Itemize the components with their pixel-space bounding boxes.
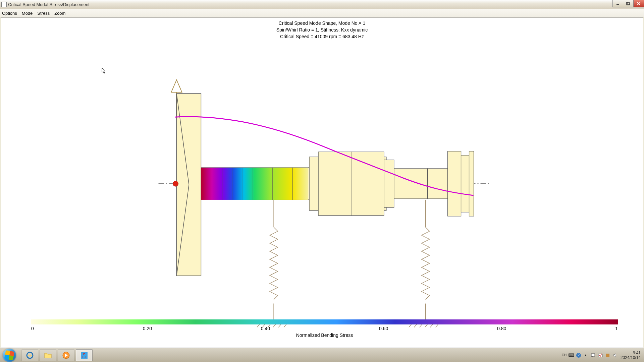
menu-bar: Options Mode Stress Zoom <box>0 9 644 17</box>
svg-rect-37 <box>606 354 609 357</box>
tray-app2-icon[interactable] <box>605 353 610 358</box>
pinned-apps: ET Z <box>19 349 93 361</box>
svg-text:T Z: T Z <box>82 355 87 359</box>
plot-area[interactable]: Critical Speed Mode Shape, Mode No.= 1 S… <box>1 17 643 348</box>
action-center-icon[interactable] <box>590 353 596 358</box>
clock-date: 2024/10/14 <box>621 355 641 360</box>
bearing-spring-right <box>409 200 440 327</box>
window-controls <box>613 0 644 7</box>
ime-indicator[interactable]: CH <box>561 353 567 358</box>
windows-orb-icon <box>3 349 16 362</box>
menu-options[interactable]: Options <box>2 11 17 16</box>
colorbar-gradient <box>31 319 618 324</box>
bearing-spring-left <box>257 200 288 327</box>
svg-rect-14 <box>428 169 448 199</box>
svg-rect-1 <box>627 2 629 5</box>
clock-time: 9:41 <box>621 351 641 355</box>
system-tray: CH ⌨ ? ▲ 9:41 2024/10/14 <box>561 351 644 360</box>
app-icon <box>1 2 7 7</box>
start-button[interactable] <box>0 348 19 362</box>
window-title: Critical Speed Modal Stress/Displacement <box>8 2 90 7</box>
colorbar-label: Normalized Bending Stress <box>31 333 618 338</box>
close-icon <box>637 2 641 6</box>
svg-rect-12 <box>384 160 394 207</box>
app-task-icon[interactable]: ET Z <box>76 349 93 361</box>
colorbar-tick-60: 0.60 <box>379 326 388 331</box>
colorbar-tick-20: 0.20 <box>143 326 152 331</box>
taskbar: ET Z CH ⌨ ? ▲ 9:41 2024/10/14 <box>0 348 644 362</box>
menu-mode[interactable]: Mode <box>22 11 33 16</box>
tray-app-icon[interactable] <box>598 353 603 358</box>
help-icon[interactable]: ? <box>576 353 581 358</box>
svg-rect-2 <box>627 2 630 4</box>
ie-icon[interactable] <box>21 349 38 361</box>
colorbar-tick-40: 0.40 <box>261 326 270 331</box>
svg-rect-11 <box>351 152 384 216</box>
svg-rect-17 <box>469 151 474 216</box>
svg-rect-16 <box>461 155 469 212</box>
close-button[interactable] <box>633 0 644 7</box>
start-node-icon <box>173 181 178 186</box>
minimize-icon <box>616 2 620 6</box>
svg-rect-13 <box>394 169 428 199</box>
clock[interactable]: 9:41 2024/10/14 <box>621 351 641 360</box>
minimize-button[interactable] <box>612 0 623 7</box>
stress-color-region <box>201 168 308 200</box>
plot-svg <box>1 18 643 348</box>
explorer-icon[interactable] <box>40 349 56 361</box>
volume-icon[interactable] <box>612 353 618 358</box>
keyboard-icon[interactable]: ⌨ <box>569 353 574 358</box>
colorbar-tick-1: 1 <box>615 326 618 331</box>
svg-rect-15 <box>448 151 461 216</box>
tray-chevron-icon[interactable]: ▲ <box>583 353 588 358</box>
menu-zoom[interactable]: Zoom <box>54 11 65 16</box>
colorbar: 0 0.20 0.40 0.60 0.80 1 Normalized Bendi… <box>31 319 618 338</box>
window-titlebar: Critical Speed Modal Stress/Displacement <box>0 0 644 9</box>
svg-rect-10 <box>318 152 351 216</box>
colorbar-tick-0: 0 <box>31 326 34 331</box>
colorbar-ticks: 0 0.20 0.40 0.60 0.80 1 <box>31 326 618 331</box>
disk-triangle-icon <box>171 80 182 92</box>
colorbar-tick-80: 0.80 <box>497 326 506 331</box>
menu-stress[interactable]: Stress <box>37 11 50 16</box>
media-player-icon[interactable] <box>58 349 74 361</box>
maximize-button[interactable] <box>623 0 634 7</box>
maximize-icon <box>626 2 630 6</box>
